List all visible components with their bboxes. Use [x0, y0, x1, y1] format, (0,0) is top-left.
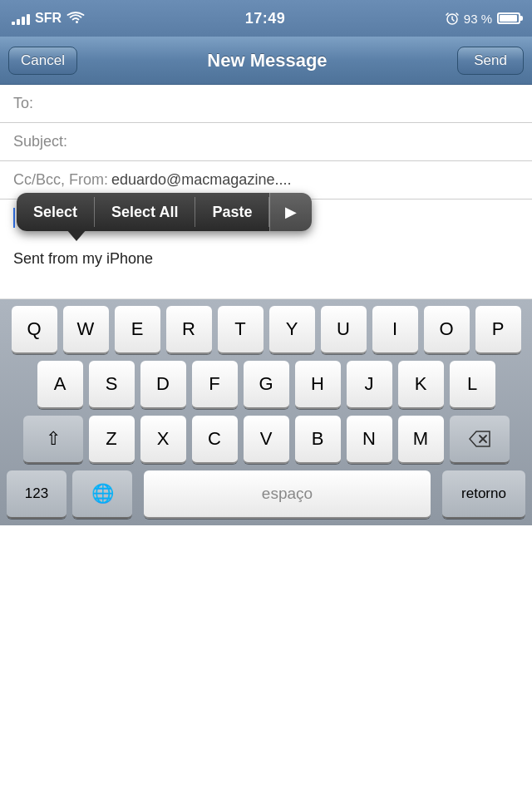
cc-value: eduardo@macmagazine....	[111, 171, 291, 189]
subject-field-row[interactable]: Subject:	[0, 123, 532, 161]
keyboard: Q W E R T Y U I O P A S D F G H J K L ⇧ …	[0, 299, 532, 525]
send-button[interactable]: Send	[457, 47, 524, 75]
context-menu-tail	[66, 229, 86, 241]
signal-icon	[12, 12, 30, 25]
key-a[interactable]: A	[37, 361, 83, 409]
keyboard-row-1: Q W E R T Y U I O P	[3, 306, 529, 354]
key-e[interactable]: E	[115, 306, 160, 354]
numbers-key[interactable]: 123	[7, 470, 66, 519]
select-all-button[interactable]: Select All	[95, 194, 195, 231]
key-m[interactable]: M	[398, 416, 444, 464]
alarm-icon	[446, 12, 459, 25]
key-t[interactable]: T	[218, 306, 264, 354]
subject-label: Subject:	[13, 133, 67, 150]
key-n[interactable]: N	[347, 416, 392, 464]
battery-percentage: 93 %	[464, 12, 492, 26]
backspace-icon	[468, 430, 491, 448]
shift-key[interactable]: ⇧	[23, 416, 83, 464]
return-key[interactable]: retorno	[442, 470, 525, 519]
key-x[interactable]: X	[140, 416, 186, 464]
key-r[interactable]: R	[166, 306, 212, 354]
select-button[interactable]: Select	[17, 194, 94, 231]
key-f[interactable]: F	[192, 361, 238, 409]
nav-bar: Cancel New Message Send	[0, 37, 532, 85]
key-j[interactable]: J	[347, 361, 392, 409]
key-g[interactable]: G	[244, 361, 289, 409]
status-bar: SFR 17:49 93 %	[0, 0, 532, 37]
key-w[interactable]: W	[63, 306, 109, 354]
to-label: To:	[13, 95, 33, 112]
space-key[interactable]: espaço	[144, 470, 431, 519]
cc-label: Cc/Bcc, From:	[13, 171, 108, 189]
key-i[interactable]: I	[372, 306, 418, 354]
key-z[interactable]: Z	[89, 416, 135, 464]
paste-button[interactable]: Paste	[195, 194, 268, 231]
keyboard-row-3: ⇧ Z X C V B N M	[3, 416, 529, 464]
key-l[interactable]: L	[450, 361, 495, 409]
shift-icon: ⇧	[46, 428, 61, 450]
key-k[interactable]: K	[398, 361, 444, 409]
battery-icon	[497, 12, 520, 24]
email-fields: To: Subject: Cc/Bcc, From: eduardo@macma…	[0, 85, 532, 200]
key-h[interactable]: H	[295, 361, 341, 409]
page-title: New Message	[77, 50, 457, 71]
key-b[interactable]: B	[295, 416, 341, 464]
more-button[interactable]: ▶	[269, 193, 312, 231]
to-field-row[interactable]: To:	[0, 85, 532, 123]
key-c[interactable]: C	[192, 416, 238, 464]
key-p[interactable]: P	[475, 306, 521, 354]
text-cursor	[13, 208, 15, 228]
context-menu: Select Select All Paste ▶	[17, 193, 312, 231]
key-u[interactable]: U	[321, 306, 367, 354]
cancel-button[interactable]: Cancel	[8, 47, 77, 75]
key-y[interactable]: Y	[269, 306, 315, 354]
key-v[interactable]: V	[244, 416, 289, 464]
status-right: 93 %	[446, 12, 520, 26]
delete-key[interactable]	[450, 416, 510, 464]
key-d[interactable]: D	[140, 361, 186, 409]
key-s[interactable]: S	[89, 361, 135, 409]
carrier-label: SFR	[35, 11, 62, 26]
keyboard-bottom-row: 123 🌐 espaço retorno	[3, 470, 529, 519]
signature-text: Sent from my iPhone	[13, 248, 519, 270]
wifi-icon	[66, 12, 85, 25]
clock: 17:49	[245, 10, 286, 27]
status-left: SFR	[12, 11, 85, 26]
key-o[interactable]: O	[424, 306, 470, 354]
keyboard-row-2: A S D F G H J K L	[3, 361, 529, 409]
globe-key[interactable]: 🌐	[72, 470, 132, 519]
key-q[interactable]: Q	[12, 306, 57, 354]
